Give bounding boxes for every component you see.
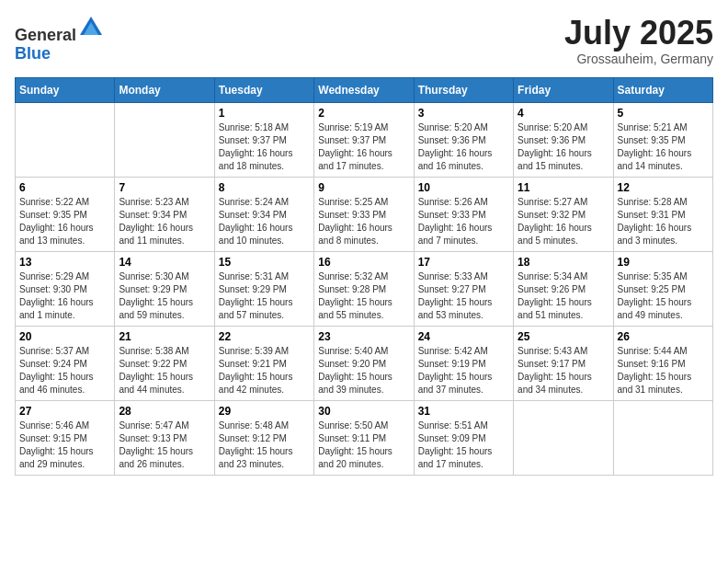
calendar-cell: [16, 102, 115, 177]
cell-content: Sunrise: 5:35 AM Sunset: 9:25 PM Dayligh…: [618, 270, 709, 322]
page-header: General Blue July 2025 Grossauheim, Germ…: [15, 15, 713, 66]
calendar-cell: 10Sunrise: 5:26 AM Sunset: 9:33 PM Dayli…: [414, 177, 513, 251]
calendar-cell: 11Sunrise: 5:27 AM Sunset: 9:32 PM Dayli…: [514, 177, 613, 251]
cell-content: Sunrise: 5:32 AM Sunset: 9:28 PM Dayligh…: [318, 270, 409, 322]
day-header-saturday: Saturday: [613, 77, 712, 102]
day-number: 29: [219, 405, 310, 418]
day-header-wednesday: Wednesday: [314, 77, 414, 102]
cell-content: Sunrise: 5:28 AM Sunset: 9:31 PM Dayligh…: [618, 196, 709, 247]
cell-content: Sunrise: 5:47 AM Sunset: 9:13 PM Dayligh…: [119, 419, 210, 471]
cell-content: Sunrise: 5:48 AM Sunset: 9:12 PM Dayligh…: [219, 419, 310, 471]
day-number: 12: [618, 181, 709, 194]
location: Grossauheim, Germany: [564, 52, 713, 66]
logo-blue: Blue: [15, 44, 51, 63]
cell-content: Sunrise: 5:20 AM Sunset: 9:36 PM Dayligh…: [418, 121, 509, 173]
day-number: 20: [19, 330, 110, 343]
day-number: 26: [618, 330, 709, 343]
logo-general: General: [15, 26, 76, 44]
cell-content: Sunrise: 5:20 AM Sunset: 9:36 PM Dayligh…: [518, 121, 609, 173]
cell-content: Sunrise: 5:19 AM Sunset: 9:37 PM Dayligh…: [318, 121, 409, 173]
day-number: 15: [219, 256, 310, 269]
cell-content: Sunrise: 5:38 AM Sunset: 9:22 PM Dayligh…: [119, 345, 210, 396]
day-number: 31: [418, 405, 509, 418]
cell-content: Sunrise: 5:22 AM Sunset: 9:35 PM Dayligh…: [19, 196, 110, 247]
cell-content: Sunrise: 5:31 AM Sunset: 9:29 PM Dayligh…: [219, 270, 310, 322]
calendar-header-row: SundayMondayTuesdayWednesdayThursdayFrid…: [16, 77, 713, 102]
calendar-cell: 12Sunrise: 5:28 AM Sunset: 9:31 PM Dayli…: [613, 177, 712, 251]
day-number: 28: [119, 405, 210, 418]
day-number: 4: [518, 107, 609, 120]
calendar-cell: 28Sunrise: 5:47 AM Sunset: 9:13 PM Dayli…: [115, 400, 214, 475]
cell-content: Sunrise: 5:37 AM Sunset: 9:24 PM Dayligh…: [19, 345, 110, 396]
day-number: 1: [219, 107, 310, 120]
calendar-table: SundayMondayTuesdayWednesdayThursdayFrid…: [15, 77, 713, 476]
day-number: 24: [418, 330, 509, 343]
day-number: 18: [518, 256, 609, 269]
calendar-cell: 17Sunrise: 5:33 AM Sunset: 9:27 PM Dayli…: [414, 251, 513, 326]
cell-content: Sunrise: 5:30 AM Sunset: 9:29 PM Dayligh…: [119, 270, 210, 322]
day-number: 27: [19, 405, 110, 418]
calendar-cell: 21Sunrise: 5:38 AM Sunset: 9:22 PM Dayli…: [115, 326, 214, 400]
title-block: July 2025 Grossauheim, Germany: [564, 15, 713, 66]
day-header-sunday: Sunday: [16, 77, 115, 102]
day-number: 14: [119, 256, 210, 269]
cell-content: Sunrise: 5:29 AM Sunset: 9:30 PM Dayligh…: [19, 270, 110, 322]
logo: General Blue: [15, 15, 104, 63]
calendar-cell: 25Sunrise: 5:43 AM Sunset: 9:17 PM Dayli…: [514, 326, 613, 400]
calendar-cell: 23Sunrise: 5:40 AM Sunset: 9:20 PM Dayli…: [314, 326, 414, 400]
cell-content: Sunrise: 5:44 AM Sunset: 9:16 PM Dayligh…: [618, 345, 709, 396]
cell-content: Sunrise: 5:40 AM Sunset: 9:20 PM Dayligh…: [318, 345, 409, 396]
calendar-cell: 1Sunrise: 5:18 AM Sunset: 9:37 PM Daylig…: [214, 102, 313, 177]
cell-content: Sunrise: 5:43 AM Sunset: 9:17 PM Dayligh…: [518, 345, 609, 396]
calendar-week-3: 20Sunrise: 5:37 AM Sunset: 9:24 PM Dayli…: [16, 326, 713, 400]
day-number: 13: [19, 256, 110, 269]
calendar-cell: 7Sunrise: 5:23 AM Sunset: 9:34 PM Daylig…: [115, 177, 214, 251]
calendar-cell: 16Sunrise: 5:32 AM Sunset: 9:28 PM Dayli…: [314, 251, 414, 326]
day-number: 2: [318, 107, 409, 120]
day-number: 23: [318, 330, 409, 343]
day-number: 16: [318, 256, 409, 269]
day-header-tuesday: Tuesday: [214, 77, 313, 102]
cell-content: Sunrise: 5:26 AM Sunset: 9:33 PM Dayligh…: [418, 196, 509, 247]
day-header-friday: Friday: [514, 77, 613, 102]
calendar-cell: 6Sunrise: 5:22 AM Sunset: 9:35 PM Daylig…: [16, 177, 115, 251]
calendar-cell: 15Sunrise: 5:31 AM Sunset: 9:29 PM Dayli…: [214, 251, 313, 326]
calendar-week-4: 27Sunrise: 5:46 AM Sunset: 9:15 PM Dayli…: [16, 400, 713, 475]
calendar-cell: 31Sunrise: 5:51 AM Sunset: 9:09 PM Dayli…: [414, 400, 513, 475]
calendar-cell: 24Sunrise: 5:42 AM Sunset: 9:19 PM Dayli…: [414, 326, 513, 400]
day-number: 11: [518, 181, 609, 194]
calendar-week-0: 1Sunrise: 5:18 AM Sunset: 9:37 PM Daylig…: [16, 102, 713, 177]
day-number: 9: [318, 181, 409, 194]
cell-content: Sunrise: 5:27 AM Sunset: 9:32 PM Dayligh…: [518, 196, 609, 247]
cell-content: Sunrise: 5:18 AM Sunset: 9:37 PM Dayligh…: [219, 121, 310, 173]
day-number: 5: [618, 107, 709, 120]
calendar-week-1: 6Sunrise: 5:22 AM Sunset: 9:35 PM Daylig…: [16, 177, 713, 251]
day-number: 19: [618, 256, 709, 269]
cell-content: Sunrise: 5:39 AM Sunset: 9:21 PM Dayligh…: [219, 345, 310, 396]
day-number: 22: [219, 330, 310, 343]
calendar-cell: 4Sunrise: 5:20 AM Sunset: 9:36 PM Daylig…: [514, 102, 613, 177]
day-header-thursday: Thursday: [414, 77, 513, 102]
day-header-monday: Monday: [115, 77, 214, 102]
day-number: 17: [418, 256, 509, 269]
calendar-week-2: 13Sunrise: 5:29 AM Sunset: 9:30 PM Dayli…: [16, 251, 713, 326]
day-number: 3: [418, 107, 509, 120]
cell-content: Sunrise: 5:46 AM Sunset: 9:15 PM Dayligh…: [19, 419, 110, 471]
day-number: 8: [219, 181, 310, 194]
cell-content: Sunrise: 5:23 AM Sunset: 9:34 PM Dayligh…: [119, 196, 210, 247]
cell-content: Sunrise: 5:21 AM Sunset: 9:35 PM Dayligh…: [618, 121, 709, 173]
cell-content: Sunrise: 5:25 AM Sunset: 9:33 PM Dayligh…: [318, 196, 409, 247]
calendar-cell: [514, 400, 613, 475]
day-number: 10: [418, 181, 509, 194]
calendar-cell: 27Sunrise: 5:46 AM Sunset: 9:15 PM Dayli…: [16, 400, 115, 475]
calendar-cell: 20Sunrise: 5:37 AM Sunset: 9:24 PM Dayli…: [16, 326, 115, 400]
day-number: 7: [119, 181, 210, 194]
month-title: July 2025: [564, 15, 713, 52]
calendar-cell: 14Sunrise: 5:30 AM Sunset: 9:29 PM Dayli…: [115, 251, 214, 326]
logo-icon: [78, 15, 104, 40]
cell-content: Sunrise: 5:34 AM Sunset: 9:26 PM Dayligh…: [518, 270, 609, 322]
calendar-cell: 30Sunrise: 5:50 AM Sunset: 9:11 PM Dayli…: [314, 400, 414, 475]
cell-content: Sunrise: 5:51 AM Sunset: 9:09 PM Dayligh…: [418, 419, 509, 471]
cell-content: Sunrise: 5:50 AM Sunset: 9:11 PM Dayligh…: [318, 419, 409, 471]
calendar-cell: 22Sunrise: 5:39 AM Sunset: 9:21 PM Dayli…: [214, 326, 313, 400]
